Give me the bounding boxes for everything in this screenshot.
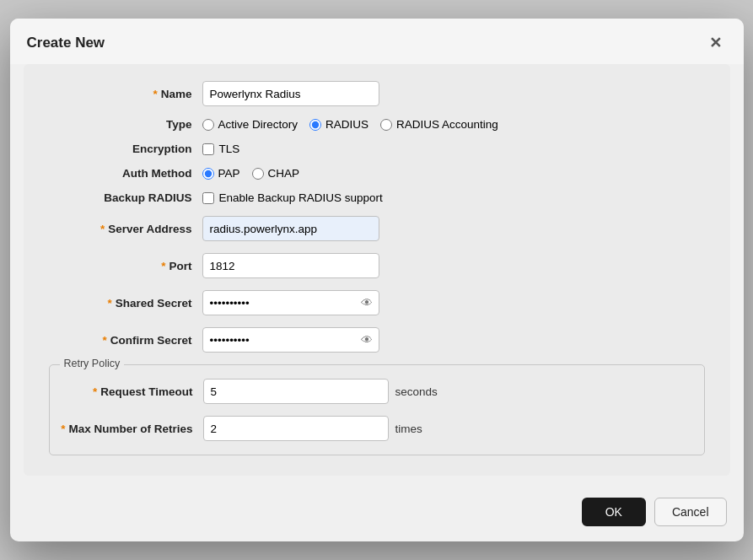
create-new-dialog: Create New ✕ *Name Type Active Directory… <box>10 19 744 541</box>
type-option-radius-accounting-label: RADIUS Accounting <box>396 118 498 131</box>
confirm-secret-row: *Confirm Secret 👁 <box>49 327 705 353</box>
request-timeout-label: *Request Timeout <box>50 385 193 398</box>
dialog-title: Create New <box>27 35 105 51</box>
name-label: *Name <box>49 88 192 100</box>
dialog-body: *Name Type Active Directory RADIUS RADIU… <box>24 64 730 476</box>
backup-radius-row: Backup RADIUS Enable Backup RADIUS suppo… <box>49 191 705 204</box>
request-timeout-input[interactable] <box>203 379 389 404</box>
type-radio-radius[interactable] <box>309 119 321 131</box>
max-retries-row: *Max Number of Retries times <box>50 416 704 441</box>
server-address-row: *Server Address <box>49 216 705 241</box>
type-radio-ad[interactable] <box>202 119 214 131</box>
confirm-secret-label: *Confirm Secret <box>49 334 192 347</box>
server-address-label: *Server Address <box>49 223 192 235</box>
request-timeout-unit: seconds <box>395 385 438 398</box>
max-retries-unit: times <box>395 423 422 435</box>
auth-chap-radio[interactable] <box>252 168 264 180</box>
max-retries-input[interactable] <box>203 416 389 441</box>
auth-method-row: Auth Method PAP CHAP <box>49 167 705 180</box>
confirm-secret-input-wrapper: 👁 <box>202 327 379 353</box>
type-option-ad[interactable]: Active Directory <box>202 118 299 131</box>
retry-policy-box: Retry Policy *Request Timeout seconds *M… <box>49 364 705 455</box>
port-label: *Port <box>49 260 192 272</box>
confirm-secret-eye-icon[interactable]: 👁 <box>361 333 373 347</box>
type-radio-radius-accounting[interactable] <box>380 119 392 131</box>
server-address-input[interactable] <box>202 216 379 241</box>
type-option-radius-accounting[interactable]: RADIUS Accounting <box>380 118 498 131</box>
encryption-tls-checkbox-label[interactable]: TLS <box>202 143 240 155</box>
confirm-secret-input[interactable] <box>202 327 379 353</box>
name-row: *Name <box>49 81 705 106</box>
auth-pap-radio[interactable] <box>202 168 214 180</box>
type-option-radius-label: RADIUS <box>325 118 368 131</box>
encryption-tls-label: TLS <box>219 143 240 155</box>
cancel-button[interactable]: Cancel <box>654 498 727 526</box>
confirm-secret-required-star: * <box>102 334 106 347</box>
close-button[interactable]: ✕ <box>704 34 727 52</box>
auth-method-label: Auth Method <box>49 167 192 180</box>
shared-secret-label: *Shared Secret <box>49 297 192 310</box>
max-retries-required-star: * <box>61 423 65 435</box>
type-radio-group: Active Directory RADIUS RADIUS Accountin… <box>202 118 498 131</box>
shared-secret-input[interactable] <box>202 290 379 315</box>
request-timeout-row: *Request Timeout seconds <box>50 379 704 404</box>
port-required-star: * <box>161 260 165 272</box>
backup-radius-checkbox-label[interactable]: Enable Backup RADIUS support <box>202 191 383 204</box>
shared-secret-input-wrapper: 👁 <box>202 290 379 315</box>
type-option-ad-label: Active Directory <box>218 118 299 131</box>
port-input[interactable] <box>202 253 379 278</box>
max-retries-label: *Max Number of Retries <box>50 423 193 435</box>
encryption-tls-checkbox[interactable] <box>202 143 214 155</box>
auth-method-radio-group: PAP CHAP <box>202 167 300 180</box>
name-required-star: * <box>153 88 157 100</box>
type-row: Type Active Directory RADIUS RADIUS Acco… <box>49 118 705 131</box>
dialog-header: Create New ✕ <box>10 19 744 64</box>
shared-secret-required-star: * <box>107 297 111 310</box>
shared-secret-row: *Shared Secret 👁 <box>49 290 705 315</box>
server-required-star: * <box>100 223 105 235</box>
port-row: *Port <box>49 253 705 278</box>
shared-secret-eye-icon[interactable]: 👁 <box>361 296 373 310</box>
dialog-footer: OK Cancel <box>10 489 744 541</box>
auth-pap-label: PAP <box>218 167 240 180</box>
type-label: Type <box>49 118 192 131</box>
backup-radius-label: Backup RADIUS <box>49 191 192 204</box>
name-input[interactable] <box>202 81 379 106</box>
ok-button[interactable]: OK <box>582 498 646 526</box>
auth-chap-option[interactable]: CHAP <box>252 167 300 180</box>
type-option-radius[interactable]: RADIUS <box>309 118 368 131</box>
encryption-row: Encryption TLS <box>49 143 705 155</box>
backup-radius-checkbox-text: Enable Backup RADIUS support <box>219 191 383 204</box>
encryption-label: Encryption <box>49 143 192 155</box>
backup-radius-checkbox[interactable] <box>202 192 214 204</box>
auth-pap-option[interactable]: PAP <box>202 167 240 180</box>
request-timeout-required-star: * <box>93 385 97 398</box>
retry-policy-label: Retry Policy <box>60 358 125 369</box>
auth-chap-label: CHAP <box>268 167 300 180</box>
